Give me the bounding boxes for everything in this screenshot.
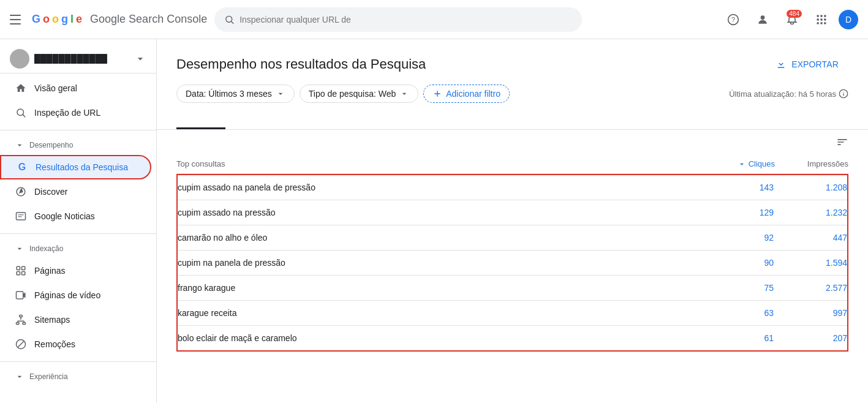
cell-clicks-5: 63 <box>700 308 774 318</box>
sidebar-item-sitemaps-label: Sitemaps <box>34 315 70 325</box>
last-update-text: Última atualização: há 5 horas <box>729 89 836 99</box>
table-rows-wrapper: cupim assado na panela de pressão 143 1.… <box>176 174 848 352</box>
notifications-button[interactable]: 484 <box>780 7 804 32</box>
table-row[interactable]: karague receita 63 997 <box>178 301 847 326</box>
export-button[interactable]: EXPORTAR <box>766 54 848 75</box>
svg-rect-25 <box>20 315 23 317</box>
table-row[interactable]: cupim assado na pressão 129 1.232 <box>178 200 847 225</box>
sidebar-item-inspecao-label: Inspeção de URL <box>34 108 100 118</box>
account-button[interactable] <box>750 7 775 32</box>
content-header: Desempenho nos resultados da Pesquisa EX… <box>157 39 868 85</box>
svg-rect-27 <box>23 323 26 325</box>
hamburger-menu[interactable] <box>10 12 25 27</box>
type-filter-chip[interactable]: Tipo de pesquisa: Web <box>300 85 418 103</box>
table-row[interactable]: frango karague 75 2.577 <box>178 276 847 301</box>
svg-rect-5 <box>817 15 819 17</box>
sidebar-item-visao-geral[interactable]: Visão geral <box>0 76 151 100</box>
pages-icon <box>15 265 27 277</box>
sidebar-item-remocoes-label: Remoções <box>34 339 75 349</box>
sidebar-divider-2 <box>0 233 156 234</box>
table-row[interactable]: cupim na panela de pressão 90 1.594 <box>178 250 847 276</box>
sidebar-item-paginas[interactable]: Páginas <box>0 258 151 283</box>
cell-query-6: bolo eclair de maçã e caramelo <box>178 333 700 343</box>
filters-left: Data: Últimos 3 meses Tipo de pesquisa: … <box>176 85 510 103</box>
cell-impressions-1: 1.232 <box>774 208 847 217</box>
video-icon <box>15 289 27 301</box>
sidebar-item-remocoes[interactable]: Remoções <box>0 332 151 356</box>
svg-point-4 <box>761 15 765 20</box>
add-filter-chip[interactable]: Adicionar filtro <box>423 85 510 103</box>
section-indexacao-label: Indexação <box>29 244 63 253</box>
svg-rect-16 <box>17 213 26 220</box>
cell-query-0: cupim assado na panela de pressão <box>178 183 700 192</box>
discover-icon <box>15 186 27 198</box>
col-query-header: Top consultas <box>176 159 701 168</box>
sidebar-section-experiencia[interactable]: Experiência <box>0 367 156 386</box>
sidebar-section-indexacao[interactable]: Indexação <box>0 239 156 258</box>
svg-rect-23 <box>17 292 23 299</box>
svg-rect-20 <box>22 266 25 269</box>
home-icon <box>15 82 27 94</box>
sidebar-item-discover[interactable]: Discover <box>0 179 151 204</box>
chevron-down-type-icon <box>399 89 409 99</box>
apps-button[interactable] <box>809 7 834 32</box>
cell-query-4: frango karague <box>178 283 700 293</box>
cell-impressions-3: 1.594 <box>774 258 847 268</box>
avatar[interactable]: D <box>839 10 858 29</box>
sidebar-item-paginas-video[interactable]: Páginas de vídeo <box>0 283 151 307</box>
cell-clicks-1: 129 <box>700 208 774 217</box>
sidebar-item-discover-label: Discover <box>34 187 67 197</box>
table-row[interactable]: cupim assado na panela de pressão 143 1.… <box>178 175 847 200</box>
help-button[interactable]: ? <box>721 7 745 32</box>
cell-clicks-3: 90 <box>700 258 774 268</box>
date-filter-chip[interactable]: Data: Últimos 3 meses <box>176 85 295 103</box>
grid-icon <box>815 13 828 26</box>
sidebar-item-video-label: Páginas de vídeo <box>34 290 100 300</box>
table-row[interactable]: bolo eclair de maçã e caramelo 61 207 <box>178 326 847 350</box>
search-bar[interactable] <box>214 7 582 32</box>
cell-impressions-0: 1.208 <box>774 183 847 192</box>
sidebar-item-google-noticias[interactable]: Google Noticias <box>0 204 151 228</box>
chevron-down-indexacao-icon <box>15 244 25 254</box>
sitemap-icon <box>15 314 27 326</box>
sidebar-item-inspecao-url[interactable]: Inspeção de URL <box>0 100 151 125</box>
sidebar-item-paginas-label: Páginas <box>34 266 66 276</box>
table-container: Top consultas Cliques Impressões cupim a… <box>157 154 868 361</box>
sidebar-item-resultados-label: Resultados da Pesquisa <box>36 162 128 172</box>
cell-query-1: cupim assado na pressão <box>178 208 700 217</box>
chevron-down-date-icon <box>276 89 285 99</box>
svg-rect-11 <box>817 22 819 24</box>
sidebar-item-resultados-pesquisa[interactable]: G Resultados da Pesquisa <box>0 155 151 179</box>
sidebar-divider-1 <box>0 130 156 130</box>
property-selector[interactable]: ████████████ <box>0 44 156 73</box>
table-filter-icon[interactable] <box>836 136 848 148</box>
google-g-icon: G <box>16 161 28 173</box>
cell-query-2: camarão no alho e óleo <box>178 233 700 243</box>
help-icon: ? <box>727 13 739 26</box>
table-header: Top consultas Cliques Impressões <box>176 154 848 174</box>
sidebar-section-desempenho[interactable]: Desempenho <box>0 135 156 155</box>
plus-icon <box>432 89 442 99</box>
svg-rect-8 <box>817 18 819 20</box>
url-search-input[interactable] <box>240 15 567 24</box>
svg-line-33 <box>18 341 25 348</box>
cell-impressions-5: 997 <box>774 308 847 318</box>
sidebar-item-sitemaps[interactable]: Sitemaps <box>0 307 151 332</box>
download-icon <box>776 59 787 70</box>
chart-tab-1[interactable] <box>176 113 225 129</box>
last-update: Última atualização: há 5 horas <box>729 89 848 99</box>
cell-impressions-4: 2.577 <box>774 283 847 293</box>
app-logo: Google Google Search Console <box>32 13 207 26</box>
person-icon <box>757 13 769 26</box>
section-experiencia-label: Experiência <box>29 372 68 381</box>
cell-impressions-6: 207 <box>774 333 847 343</box>
type-filter-label: Tipo de pesquisa: Web <box>309 89 396 99</box>
col-clicks-header: Cliques <box>701 159 775 168</box>
cell-query-5: karague receita <box>178 308 700 318</box>
property-name: ████████████ <box>34 54 129 64</box>
table-row[interactable]: camarão no alho e óleo 92 447 <box>178 225 847 250</box>
svg-rect-7 <box>824 15 826 17</box>
app-title: Google Search Console <box>90 13 207 26</box>
filters-bar: Data: Últimos 3 meses Tipo de pesquisa: … <box>157 85 868 113</box>
svg-line-1 <box>232 21 233 23</box>
